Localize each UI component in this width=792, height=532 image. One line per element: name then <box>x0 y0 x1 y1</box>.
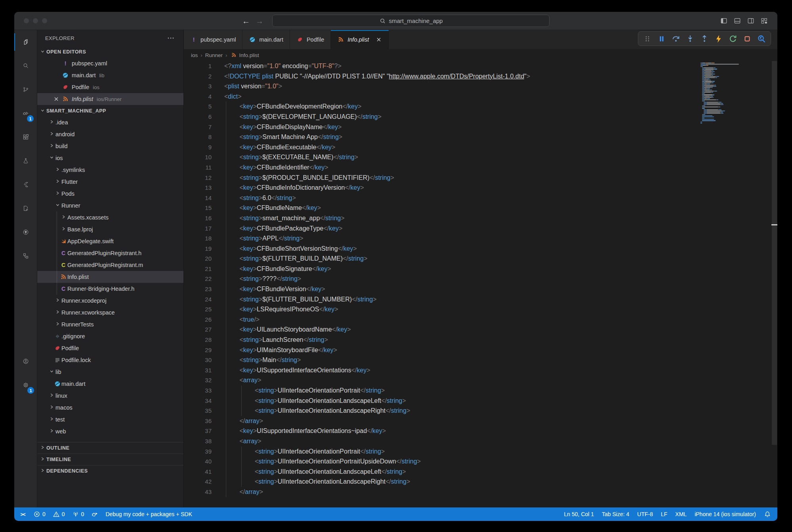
open-editors-header[interactable]: OPEN EDITORS <box>37 46 183 57</box>
activity-item-project-manager[interactable] <box>14 196 37 220</box>
tree-folder-base-lproj[interactable]: Base.lproj <box>37 223 183 235</box>
activity-item-github[interactable] <box>14 220 37 244</box>
code-line[interactable]: 3<plist version="1.0"> <box>184 81 777 92</box>
code-line[interactable]: 6<string>$(DEVELOPMENT_LANGUAGE)</string… <box>184 112 777 122</box>
code-line[interactable]: 24<string>$(FLUTTER_BUILD_NUMBER)</strin… <box>184 294 777 305</box>
code-line[interactable]: 7<key>CFBundleDisplayName</key> <box>184 122 777 132</box>
code-line[interactable]: 37<key>UISupportedInterfaceOrientations~… <box>184 426 777 436</box>
tree-file-generatedpluginregistrant-h[interactable]: CGeneratedPluginRegistrant.h <box>37 247 183 259</box>
code-line[interactable]: 38<array> <box>184 436 777 446</box>
explorer-actions-icon[interactable]: ⋯ <box>167 34 175 42</box>
tab-podfile[interactable]: Podfile <box>290 30 331 49</box>
code-line[interactable]: 42<string>UIInterfaceOrientationLandscap… <box>184 477 777 487</box>
code-line[interactable]: 12<string>$(PRODUCT_BUNDLE_IDENTIFIER)</… <box>184 173 777 183</box>
code-line[interactable]: 4<dict> <box>184 92 777 102</box>
tree-folder--symlinks[interactable]: .symlinks <box>37 164 183 176</box>
code-line[interactable]: 22<string>????</string> <box>184 274 777 284</box>
open-editor-item[interactable]: main.dartlib <box>37 69 183 81</box>
close-icon[interactable] <box>53 95 60 103</box>
code-line[interactable]: 9<key>CFBundleExecutable</key> <box>184 142 777 153</box>
stop-icon[interactable] <box>741 33 753 44</box>
code-line[interactable]: 8<string>Smart Machine App</string> <box>184 132 777 142</box>
status-debug-configuration[interactable]: Debug my code + packages + SDK <box>105 511 192 517</box>
tree-file-generatedpluginregistrant-m[interactable]: CGeneratedPluginRegistrant.m <box>37 259 183 271</box>
tree-folder-flutter[interactable]: Flutter <box>37 176 183 188</box>
tree-folder-test[interactable]: test <box>37 414 183 425</box>
open-editor-item[interactable]: Info.plistios/Runner <box>37 93 183 105</box>
code-line[interactable]: 40<string>UIInterfaceOrientationPortrait… <box>184 456 777 467</box>
tree-folder-build[interactable]: build <box>37 140 183 152</box>
code-line[interactable]: 1<?xml version="1.0" encoding="UTF-8"?> <box>184 61 777 71</box>
tree-folder-ios[interactable]: ios <box>37 152 183 164</box>
layout-sidebar-right[interactable] <box>747 17 754 25</box>
status-error-count[interactable]: 0 <box>33 511 46 518</box>
layout-sidebar-left[interactable] <box>720 17 727 25</box>
zoom-window-button[interactable] <box>42 18 47 23</box>
code-editor[interactable]: 1<?xml version="1.0" encoding="UTF-8"?>2… <box>184 61 777 507</box>
status-port-count[interactable]: 0 <box>72 511 84 518</box>
tree-file--gitignore[interactable]: .gitignore <box>37 330 183 342</box>
section-header-dependencies[interactable]: DEPENDENCIES <box>37 465 183 477</box>
code-line[interactable]: 36</array> <box>184 416 777 426</box>
breadcrumb-item[interactable]: Info.plist <box>230 51 259 59</box>
tree-folder-runnertests[interactable]: RunnerTests <box>37 318 183 330</box>
breadcrumb-item[interactable]: ios <box>191 52 198 58</box>
status-eol[interactable]: LF <box>661 511 667 517</box>
status-cursor-position[interactable]: Ln 50, Col 1 <box>564 511 594 517</box>
status-notifications[interactable] <box>764 511 771 518</box>
code-line[interactable]: 35<string>UIInterfaceOrientationLandscap… <box>184 406 777 416</box>
activity-item-explorer[interactable] <box>14 30 37 54</box>
activity-item-run-and-debug[interactable]: 1 <box>14 101 37 125</box>
status-flutter-device[interactable]: iPhone 14 (ios simulator) <box>695 511 756 517</box>
code-line[interactable]: 17<key>CFBundlePackageType</key> <box>184 223 777 234</box>
tree-file-podfile[interactable]: Podfile <box>37 342 183 354</box>
code-line[interactable]: 39<string>UIInterfaceOrientationPortrait… <box>184 446 777 457</box>
activity-item-flutter[interactable] <box>14 173 37 196</box>
tree-folder-macos[interactable]: macos <box>37 402 183 414</box>
code-line[interactable]: 27<key>UILaunchStoryboardName</key> <box>184 324 777 335</box>
code-line[interactable]: 11<key>CFBundleIdentifier</key> <box>184 162 777 173</box>
tree-folder-android[interactable]: android <box>37 128 183 140</box>
code-line[interactable]: 41<string>UIInterfaceOrientationLandscap… <box>184 467 777 477</box>
code-line[interactable]: 33<string>UIInterfaceOrientationPortrait… <box>184 385 777 396</box>
code-line[interactable]: 16<string>smart_machine_app</string> <box>184 213 777 223</box>
code-line[interactable]: 23<key>CFBundleVersion</key> <box>184 284 777 294</box>
tab-info-plist[interactable]: Info.plist <box>331 30 389 49</box>
navigate-forward-icon[interactable]: → <box>256 17 263 25</box>
restart-icon[interactable] <box>727 33 739 44</box>
activity-item-testing[interactable] <box>14 149 37 173</box>
section-header-outline[interactable]: OUTLINE <box>37 442 183 454</box>
customize-layout[interactable] <box>761 17 768 25</box>
code-line[interactable]: 19<key>CFBundleShortVersionString</key> <box>184 244 777 254</box>
tree-file-runner-bridging-header-h[interactable]: CRunner-Bridging-Header.h <box>37 283 183 295</box>
status-remote-indicator[interactable]: >< <box>19 511 26 518</box>
tree-folder-runner-xcworkspace[interactable]: Runner.xcworkspace <box>37 307 183 318</box>
activity-item-search[interactable] <box>14 54 37 78</box>
tree-folder-lib[interactable]: lib <box>37 366 183 378</box>
code-line[interactable]: 18<string>APPL</string> <box>184 233 777 244</box>
tree-file-main-dart[interactable]: main.dart <box>37 378 183 390</box>
status-debug-run[interactable] <box>91 511 98 518</box>
code-line[interactable]: 2<!DOCTYPE plist PUBLIC "-//Apple//DTD P… <box>184 71 777 82</box>
open-editor-item[interactable]: Podfileios <box>37 81 183 93</box>
code-line[interactable]: 32<array> <box>184 375 777 385</box>
status-warning-count[interactable]: 0 <box>53 511 65 518</box>
step-out-icon[interactable] <box>698 33 710 44</box>
code-line[interactable]: 25<key>LSRequiresIPhoneOS</key> <box>184 304 777 315</box>
status-language-mode[interactable]: XML <box>675 511 687 517</box>
minimap[interactable] <box>700 63 765 124</box>
code-line[interactable]: 21<key>CFBundleSignature</key> <box>184 264 777 274</box>
code-line[interactable]: 34<string>UIInterfaceOrientationLandscap… <box>184 396 777 406</box>
activity-item-extensions[interactable] <box>14 125 37 149</box>
scrollbar-slider[interactable] <box>772 61 777 445</box>
step-over-icon[interactable] <box>670 33 682 44</box>
section-header-timeline[interactable]: TIMELINE <box>37 454 183 465</box>
status-indentation[interactable]: Tab Size: 4 <box>602 511 629 517</box>
code-line[interactable]: 13<key>CFBundleInfoDictionaryVersion</ke… <box>184 183 777 193</box>
code-line[interactable]: 29<key>UIMainStoryboardFile</key> <box>184 345 777 355</box>
code-line[interactable]: 31<key>UISupportedInterfaceOrientations<… <box>184 365 777 376</box>
tree-folder--idea[interactable]: .idea <box>37 116 183 128</box>
breadcrumb-item[interactable]: Runner <box>205 52 223 58</box>
tree-folder-linux[interactable]: linux <box>37 390 183 402</box>
project-root-header[interactable]: SMART_MACHINE_APP <box>37 105 183 116</box>
